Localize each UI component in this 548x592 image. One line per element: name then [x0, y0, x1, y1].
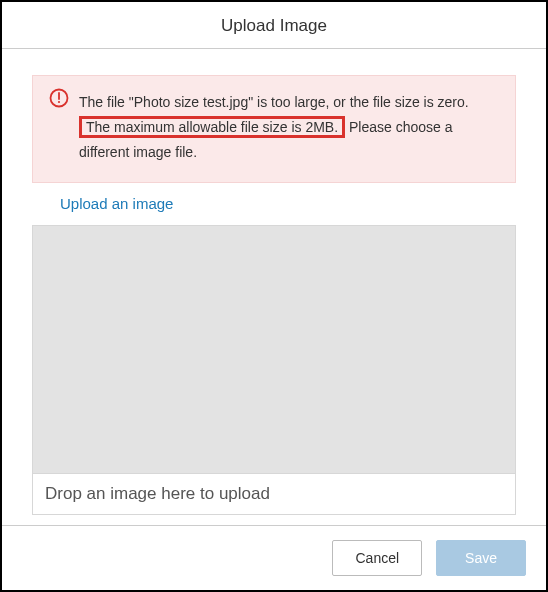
- svg-point-2: [58, 101, 60, 103]
- error-line-2: The maximum allowable file size is 2MB. …: [79, 115, 499, 165]
- upload-link-container: Upload an image: [32, 195, 516, 213]
- error-icon: [49, 88, 69, 166]
- modal-body: The file "Photo size test.jpg" is too la…: [2, 49, 546, 525]
- dropzone[interactable]: Drop an image here to upload: [32, 225, 516, 515]
- dropzone-label: Drop an image here to upload: [33, 474, 515, 514]
- modal-header: Upload Image: [2, 2, 546, 49]
- upload-image-link[interactable]: Upload an image: [60, 195, 173, 212]
- modal-footer: Cancel Save: [2, 525, 546, 590]
- modal-title: Upload Image: [221, 16, 327, 35]
- save-button[interactable]: Save: [436, 540, 526, 576]
- dropzone-area[interactable]: [33, 226, 515, 474]
- error-line-1: The file "Photo size test.jpg" is too la…: [79, 90, 499, 115]
- upload-image-modal: Upload Image The file "Photo size test.j…: [0, 0, 548, 592]
- error-message-box: The file "Photo size test.jpg" is too la…: [32, 75, 516, 183]
- cancel-button[interactable]: Cancel: [332, 540, 422, 576]
- error-text: The file "Photo size test.jpg" is too la…: [79, 90, 499, 166]
- error-highlight: The maximum allowable file size is 2MB.: [79, 116, 345, 138]
